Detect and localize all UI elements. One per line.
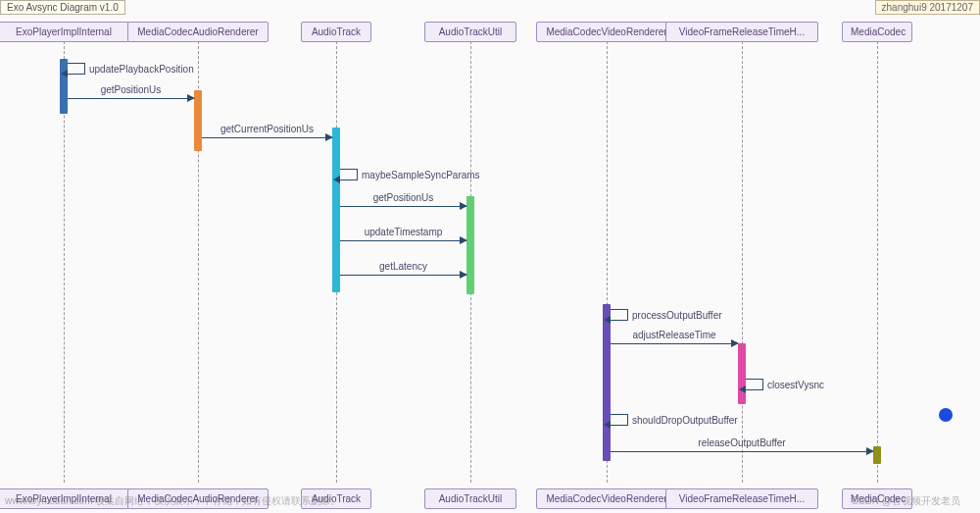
participant-p3: AudioTrackUtil	[424, 22, 516, 42]
participant-p3-bottom: AudioTrackUtil	[424, 488, 516, 509]
message-label: getPositionUs	[340, 192, 466, 203]
message-label: adjustReleaseTime	[611, 330, 738, 340]
message-label: getPositionUs	[68, 84, 194, 95]
self-message-arrow	[746, 379, 763, 390]
lifeline-p6	[877, 41, 878, 483]
activation-p3	[466, 196, 474, 294]
activation-p0	[60, 59, 68, 114]
participant-p5: VideoFrameReleaseTimeH...	[665, 22, 818, 42]
self-message-arrow	[68, 63, 85, 75]
self-message-label: updatePlaybackPosition	[89, 64, 194, 75]
activation-p2	[332, 128, 340, 292]
self-message-arrow	[340, 169, 358, 180]
self-message-arrow	[611, 309, 628, 321]
message-arrow	[340, 240, 466, 241]
message-arrow	[611, 343, 738, 344]
self-message-arrow	[611, 414, 628, 426]
lifeline-p5	[742, 41, 743, 483]
diagram-title: Exo Avsync Diagram v1.0	[0, 0, 125, 15]
message-label: updateTimestamp	[340, 227, 466, 237]
participant-p0: ExoPlayerImplInternal	[0, 22, 129, 42]
activation-p5	[738, 343, 746, 404]
message-arrow	[202, 137, 332, 138]
participant-p6: MediaCodec	[842, 22, 912, 42]
message-arrow	[68, 98, 194, 99]
message-label: getLatency	[340, 261, 466, 272]
watermark-right: CSDN @音视频开发老员	[852, 494, 960, 508]
message-label: releaseOutputBuffer	[611, 437, 873, 448]
message-label: getCurrentPositionUs	[202, 124, 332, 134]
self-message-label: closestVysnc	[767, 380, 824, 390]
message-arrow	[611, 451, 873, 452]
self-message-label: maybeSampleSyncParams	[362, 170, 480, 180]
watermark-left: www.toymoban.com 收集自网络，仅供展示，不存储，如有侵权请联系删…	[5, 494, 340, 508]
message-arrow	[340, 275, 466, 276]
activation-p1	[194, 90, 202, 151]
participant-p4-bottom: MediaCodecVideoRenderer	[536, 488, 678, 509]
activation-p6	[873, 446, 881, 464]
message-arrow	[340, 206, 466, 207]
participant-p1: MediaCodecAudioRenderer	[127, 22, 270, 42]
participant-p5-bottom: VideoFrameReleaseTimeH...	[665, 488, 818, 509]
participant-p2: AudioTrack	[301, 22, 371, 42]
self-message-label: processOutputBuffer	[632, 310, 722, 321]
blue-marker-dot	[939, 408, 953, 422]
participant-p4: MediaCodecVideoRenderer	[536, 22, 678, 42]
diagram-stamp: zhanghui9 20171207	[875, 0, 980, 15]
self-message-label: shouldDropOutputBuffer	[632, 415, 738, 426]
activation-p4	[603, 304, 611, 461]
